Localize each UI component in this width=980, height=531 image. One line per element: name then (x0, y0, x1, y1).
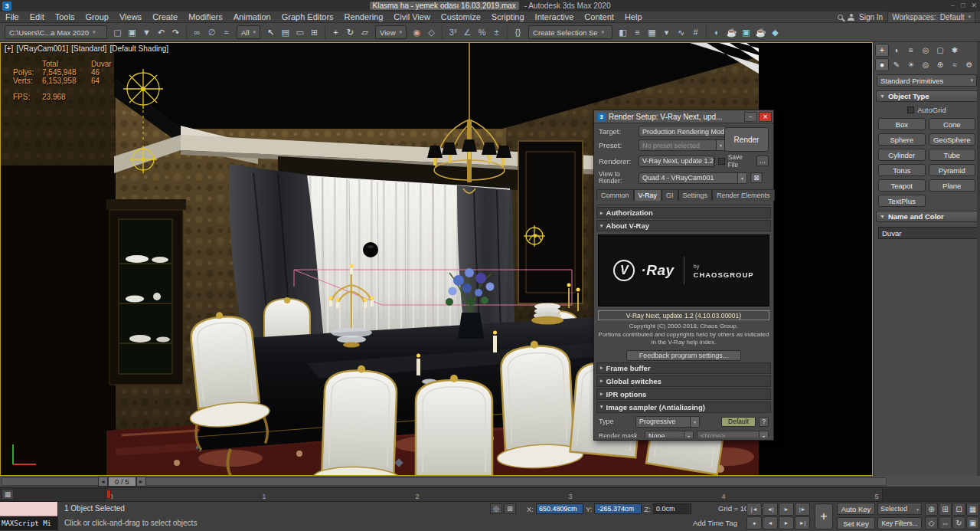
trackbar-tick[interactable]: 1 (259, 488, 270, 501)
bind-spacewarp-icon[interactable]: ≈ (219, 25, 234, 40)
orbit-camera-button[interactable]: ↻ (952, 516, 965, 529)
ipr-options-rollout-header[interactable]: ▸ IPR options (596, 388, 771, 400)
image-sampler-rollout-header[interactable]: ▾ Image sampler (Antialiasing) (596, 402, 771, 413)
menu-item[interactable]: Interactive (530, 11, 580, 22)
workspaces-dropdown[interactable]: Workspaces: Default ▾ (887, 11, 975, 23)
go-to-previous-key-button[interactable]: ◄ (763, 516, 778, 529)
go-to-end-button[interactable]: ►| (795, 516, 810, 529)
close-window-icon[interactable]: ✕ (971, 0, 977, 11)
edit-named-selections-icon[interactable]: {} (511, 25, 525, 40)
open-file-icon[interactable]: ▣ (125, 25, 139, 40)
object-name-input[interactable] (878, 227, 980, 239)
maximize-viewport-toggle-button[interactable]: ▣ (966, 516, 979, 529)
menu-item[interactable]: Scripting (486, 11, 530, 22)
render-button[interactable]: Render (724, 127, 769, 152)
time-slider-handle[interactable]: ◄ 0 / 5 ► (98, 477, 146, 487)
viewport-menu[interactable]: [Default Shading] (109, 44, 168, 53)
cameras-category-tab[interactable]: ◎ (919, 58, 933, 71)
spacewarps-category-tab[interactable]: ≈ (948, 58, 962, 71)
next-frame-arrow[interactable]: ► (136, 477, 146, 487)
lights-category-tab[interactable]: ☀ (904, 58, 918, 71)
modify-panel-tab[interactable]: ◗ (890, 44, 903, 57)
object-type-button[interactable]: Plane (929, 179, 976, 192)
select-move-icon[interactable]: + (328, 25, 343, 40)
renderer-dropdown[interactable]: V-Ray Next, update 1.2 ▾ (639, 156, 715, 167)
search-icon[interactable] (838, 15, 843, 20)
select-region-icon[interactable]: ▭ (292, 25, 307, 40)
layer-manager-icon[interactable]: ▦ (645, 25, 659, 40)
object-type-button[interactable]: Teapot (878, 179, 926, 192)
menu-item[interactable]: Tools (50, 11, 80, 22)
sampler-type-dropdown[interactable]: Progressive ▾ (635, 416, 700, 428)
selection-filter-dropdown[interactable]: All ▾ (237, 25, 260, 39)
tab-render-elements[interactable]: Render Elements (712, 189, 775, 201)
menu-item[interactable]: Content (579, 11, 619, 22)
named-selection-set-dropdown[interactable]: Create Selection Se ▾ (528, 25, 612, 39)
trackbar-tick[interactable]: 5 (871, 488, 882, 501)
tab-common[interactable]: Common (596, 189, 634, 201)
spinner-snap-icon[interactable]: ± (489, 25, 504, 40)
sampler-default-button[interactable]: Default (721, 417, 756, 427)
tab-settings[interactable]: Settings (678, 189, 713, 201)
render-mask-dropdown[interactable]: None ▾ (645, 431, 694, 438)
zoom-extents-all-button[interactable]: ▦ (966, 503, 979, 516)
menu-item[interactable]: Views (114, 11, 147, 22)
key-filters-button[interactable]: Key Filters... (877, 517, 922, 529)
preset-dropdown[interactable]: No preset selected ▾ (639, 139, 726, 151)
save-file-checkbox[interactable] (718, 158, 725, 165)
object-type-button[interactable]: Sphere (878, 133, 926, 146)
toggle-ribbon-icon[interactable]: ▾ (659, 25, 674, 40)
view-to-render-dropdown[interactable]: Quad 4 - VRayCam001 ▾ (639, 172, 747, 184)
sign-in-link[interactable]: Sign In (859, 13, 883, 21)
macro-recorder-line[interactable] (0, 502, 57, 516)
minimize-dialog-icon[interactable]: − (744, 112, 757, 122)
isolate-selection-icon[interactable]: ◎ (490, 503, 502, 514)
key-mode-toggle-button[interactable]: ● (746, 516, 762, 529)
menu-item[interactable]: Modifiers (183, 11, 228, 22)
display-panel-tab[interactable]: ▢ (933, 44, 947, 57)
z-coordinate-field[interactable]: 0.0cm (653, 503, 691, 514)
menu-item[interactable]: Graph Editors (276, 11, 339, 22)
systems-category-tab[interactable]: ⚙ (962, 58, 976, 71)
save-file-icon[interactable]: ▼ (139, 25, 154, 40)
go-to-start-button[interactable]: |◄ (746, 503, 762, 516)
selection-lock-icon[interactable]: ⊠ (504, 503, 516, 514)
schematic-view-icon[interactable]: # (688, 25, 703, 40)
object-type-button[interactable]: Torus (878, 164, 926, 176)
lock-view-icon[interactable]: ⊠ (750, 172, 763, 183)
unlink-icon[interactable]: ∅ (204, 25, 219, 40)
render-production-icon[interactable]: ☕ (753, 25, 768, 40)
render-setup-titlebar[interactable]: 3 Render Setup: V-Ray Next, upd... − ✕ (594, 110, 773, 123)
open-in-viewport-icon[interactable]: ◆ (768, 25, 782, 40)
user-account-icon[interactable] (848, 14, 854, 21)
menu-item[interactable]: Group (80, 11, 114, 22)
menu-item[interactable]: Animation (228, 11, 276, 22)
reference-coordinate-dropdown[interactable]: View ▾ (375, 25, 407, 39)
sampler-help-button[interactable]: ? (759, 417, 769, 427)
menu-item[interactable]: Rendering (339, 11, 389, 22)
motion-panel-tab[interactable]: ◎ (919, 44, 933, 57)
tab-vray[interactable]: V-Ray (634, 189, 662, 201)
menu-item[interactable]: Help (619, 11, 648, 22)
redo-icon[interactable]: ↷ (168, 25, 183, 40)
menu-item[interactable]: Customize (436, 11, 486, 22)
close-dialog-icon[interactable]: ✕ (759, 112, 772, 122)
previous-frame-arrow[interactable]: ◄ (98, 477, 108, 487)
object-type-button[interactable]: Pyramid (929, 164, 976, 176)
select-rotate-icon[interactable]: ↻ (343, 25, 358, 40)
curve-editor-icon[interactable]: ∿ (674, 25, 688, 40)
select-manipulate-icon[interactable]: ◇ (424, 25, 439, 40)
trackbar-tick[interactable]: 4 (718, 488, 729, 501)
object-type-button[interactable]: Box (878, 118, 926, 130)
authorization-rollout-header[interactable]: ▸ Authorization (596, 207, 771, 218)
mini-curve-editor-icon[interactable]: ▦ (2, 489, 14, 500)
zoom-button[interactable]: ⊕ (925, 503, 938, 516)
select-by-name-icon[interactable]: ▤ (278, 25, 292, 40)
set-keys-button[interactable]: + (815, 503, 833, 529)
frame-buffer-rollout-header[interactable]: ▸ Frame buffer (596, 362, 771, 374)
autogrid-checkbox[interactable] (907, 107, 914, 113)
zoom-extents-button[interactable]: ⊡ (952, 503, 965, 516)
play-animation-button[interactable]: ► (779, 503, 794, 516)
snap-toggle-3d-icon[interactable]: 3³ (446, 25, 460, 40)
pan-view-button[interactable]: ⇔ (939, 516, 952, 529)
